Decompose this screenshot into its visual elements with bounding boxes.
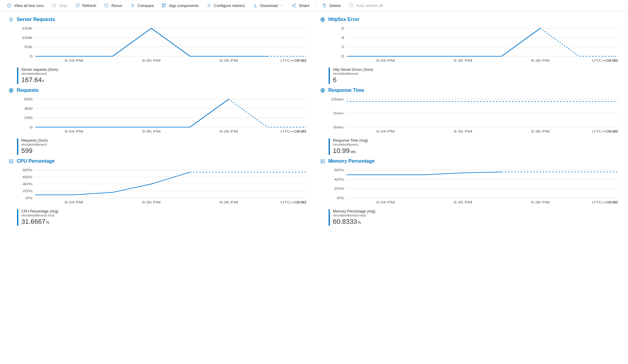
svg-text:9:35 PM: 9:35 PM (142, 130, 161, 133)
svg-text:6: 6 (341, 26, 344, 30)
svg-text:UTC+02:00: UTC+02:00 (281, 200, 306, 204)
metric-summary: Requests (Sum) ntnodebottleneck 599 (17, 138, 308, 155)
arrow-right-circle-icon (7, 3, 12, 8)
configure-metrics-button[interactable]: Configure metrics (204, 2, 248, 9)
metric-label: Requests (Sum) (21, 138, 48, 143)
download-button[interactable]: Download (250, 2, 287, 9)
svg-text:0sec: 0sec (333, 125, 344, 129)
panel-title[interactable]: Memory Percentage (320, 158, 619, 164)
metric-value: 60.8333% (333, 218, 375, 226)
accent-bar (17, 68, 18, 84)
refresh-icon (75, 3, 80, 8)
metric-label: Server requests (Sum) (21, 68, 58, 72)
panel-title-text: CPU Percentage (17, 158, 55, 164)
panel-cpu: CPU Percentage 0%20%40%60%80%9:34 PM9:35… (9, 157, 308, 226)
metric-summary: Memory Percentage (Avg) ntnodebottleneck… (329, 209, 619, 226)
svg-text:60%: 60% (334, 168, 344, 172)
svg-text:10sec: 10sec (331, 97, 344, 101)
share-label: Share (299, 3, 309, 8)
svg-point-10 (10, 18, 12, 20)
stop-icon (52, 3, 57, 8)
svg-point-8 (295, 6, 295, 7)
server-icon (9, 159, 14, 164)
download-icon (253, 3, 258, 8)
chevron-down-icon (280, 4, 284, 7)
accent-bar (329, 209, 330, 226)
metric-label: Response Time (Avg) (333, 138, 368, 143)
gear-icon (207, 3, 211, 8)
auto-refresh-button[interactable]: Auto refresh off (346, 2, 386, 9)
svg-text:9:35 PM: 9:35 PM (142, 200, 161, 204)
metric-summary: Http Server Errors (Sum) ntnodebottlenec… (329, 68, 619, 84)
metric-summary: CPU Percentage (Avg) ntnodebottleneck-ho… (17, 209, 308, 226)
refresh-label: Refresh (82, 3, 96, 8)
svg-point-66 (10, 160, 10, 160)
svg-text:9:35 PM: 9:35 PM (142, 59, 161, 63)
share-icon (291, 3, 296, 8)
view-all-label: View all test runs (14, 3, 44, 8)
panel-title[interactable]: Response Time (320, 88, 619, 93)
accent-bar (17, 138, 18, 155)
view-all-button[interactable]: View all test runs (4, 2, 47, 9)
svg-text:50k: 50k (24, 45, 32, 49)
svg-rect-3 (165, 4, 166, 5)
compare-icon (130, 3, 135, 8)
chart-container[interactable]: 0%20%40%60%80%9:34 PM9:35 PM9:36 PM9:37 … (17, 168, 308, 206)
chart-container[interactable]: 0%20%40%60%9:34 PM9:35 PM9:36 PM9:37 PMU… (329, 168, 619, 206)
rerun-button[interactable]: Rerun (101, 2, 125, 9)
toolbar: View all test runs Stop Refresh Rerun Co… (0, 0, 628, 11)
svg-rect-4 (162, 6, 164, 7)
stop-button[interactable]: Stop (49, 2, 70, 9)
compare-button[interactable]: Compare (127, 2, 157, 9)
svg-text:9:35 PM: 9:35 PM (454, 130, 472, 133)
chart-container[interactable]: 0sec5sec10sec9:34 PM9:35 PM9:36 PM9:37 P… (329, 97, 619, 135)
download-label: Download (260, 3, 278, 8)
rerun-icon (104, 3, 109, 8)
metric-value: 167.64k (21, 76, 58, 84)
share-button[interactable]: Share (288, 2, 312, 9)
delete-icon (322, 3, 327, 8)
svg-point-0 (7, 4, 11, 7)
delete-label: Delete (329, 3, 341, 8)
metric-value: 599 (21, 147, 48, 155)
charts-grid: Server Requests 050k100k150k9:34 PM9:35 … (0, 11, 628, 240)
panel-title[interactable]: Http5xx Error (320, 17, 619, 22)
svg-text:20%: 20% (23, 189, 33, 193)
svg-text:0: 0 (30, 125, 33, 129)
panel-http5xx: Http5xx Error 02469:34 PM9:35 PM9:36 PM9… (320, 16, 619, 84)
stop-label: Stop (59, 3, 67, 8)
svg-text:9:34 PM: 9:34 PM (376, 130, 395, 133)
panel-memory: Memory Percentage 0%20%40%60%9:34 PM9:35… (320, 157, 619, 226)
panel-title-text: Memory Percentage (328, 158, 375, 164)
delete-button[interactable]: Delete (319, 2, 344, 9)
svg-rect-83 (321, 159, 324, 161)
panel-title[interactable]: Server Requests (9, 17, 308, 22)
panel-title[interactable]: Requests (9, 88, 308, 93)
metric-value: 6 (333, 76, 373, 84)
svg-point-67 (10, 162, 10, 162)
resource-name: ntnodebottleneck (333, 72, 373, 75)
panel-title[interactable]: CPU Percentage (9, 158, 308, 164)
panel-requests: Requests 02004006009:34 PM9:35 PM9:36 PM… (9, 86, 308, 155)
svg-rect-64 (9, 159, 13, 161)
lightbulb-icon (9, 17, 14, 22)
svg-text:0: 0 (30, 54, 33, 58)
chart-container[interactable]: 02469:34 PM9:35 PM9:36 PM9:37 PMUTC+02:0… (329, 26, 619, 64)
svg-rect-1 (53, 4, 55, 7)
svg-text:UTC+02:00: UTC+02:00 (281, 59, 306, 63)
refresh-button[interactable]: Refresh (72, 2, 99, 9)
panel-title-text: Response Time (328, 88, 364, 93)
globe-icon (9, 88, 14, 93)
metric-summary: Server requests (Sum) ntnodebottleneck 1… (17, 68, 308, 84)
resource-name: ntnodebottleneck (21, 143, 48, 146)
metric-label: Memory Percentage (Avg) (333, 209, 375, 213)
svg-text:40%: 40% (334, 177, 344, 181)
app-components-button[interactable]: App components (159, 2, 202, 9)
app-components-icon (162, 3, 166, 8)
auto-refresh-label: Auto refresh off (356, 3, 383, 8)
chart-container[interactable]: 050k100k150k9:34 PM9:35 PM9:36 PM9:37 PM… (17, 26, 308, 64)
chart-container[interactable]: 02004006009:34 PM9:35 PM9:36 PM9:37 PMUT… (17, 97, 308, 135)
svg-text:5sec: 5sec (333, 111, 344, 115)
svg-text:2: 2 (341, 45, 344, 49)
metric-summary: Response Time (Avg) ntnodebottleneck 10.… (329, 138, 619, 155)
